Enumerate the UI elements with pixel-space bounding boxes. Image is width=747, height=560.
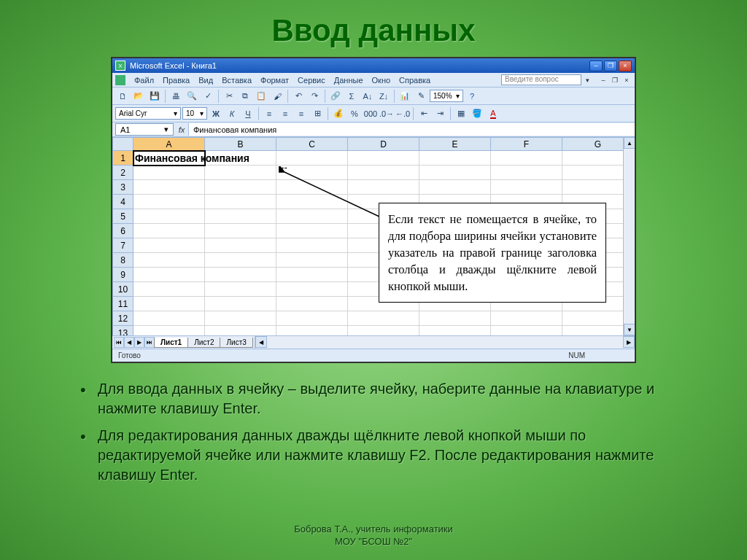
menu-data[interactable]: Данные (330, 76, 368, 85)
cell[interactable] (205, 209, 276, 224)
row-header[interactable]: 4 (113, 195, 133, 209)
cell[interactable] (133, 224, 205, 238)
cell[interactable] (276, 311, 348, 326)
close-button[interactable]: × (619, 61, 632, 71)
fill-color-icon[interactable]: 🪣 (470, 106, 484, 121)
cell[interactable] (276, 282, 348, 297)
cell[interactable] (419, 326, 491, 336)
cell[interactable] (348, 311, 419, 326)
currency-icon[interactable]: 💰 (331, 106, 346, 121)
font-name-selector[interactable]: Arial Cyr ▾ (115, 107, 181, 120)
menu-window[interactable]: Окно (368, 76, 395, 85)
increase-decimal-icon[interactable]: .0→ (379, 106, 394, 121)
cell[interactable] (348, 166, 419, 180)
cell[interactable] (205, 180, 276, 195)
minimize-button[interactable]: – (589, 61, 603, 71)
cell[interactable] (348, 151, 419, 166)
cell[interactable] (133, 238, 205, 253)
cell[interactable] (276, 238, 348, 253)
row-header[interactable]: 6 (113, 224, 133, 238)
font-size-selector[interactable]: 10 ▾ (182, 107, 207, 120)
row-header[interactable]: 13 (113, 326, 133, 336)
cut-icon[interactable]: ✂ (222, 89, 236, 104)
scroll-track[interactable] (267, 336, 623, 349)
cell[interactable] (276, 224, 348, 238)
font-color-icon[interactable]: A (486, 106, 500, 121)
cell[interactable] (133, 209, 205, 224)
cell[interactable] (276, 253, 348, 268)
cell[interactable] (205, 238, 276, 253)
cell[interactable] (205, 166, 276, 180)
column-header-c[interactable]: C (276, 138, 348, 151)
hyperlink-icon[interactable]: 🔗 (328, 89, 343, 104)
open-icon[interactable]: 📂 (131, 89, 146, 104)
cell[interactable] (491, 151, 562, 166)
horizontal-scrollbar[interactable]: ◀ ▶ (255, 336, 635, 349)
cell[interactable] (419, 180, 491, 195)
tab-nav-first-icon[interactable]: ⏮ (114, 337, 124, 348)
row-header[interactable]: 9 (113, 268, 133, 282)
percent-icon[interactable]: % (347, 106, 362, 121)
tab-nav-next-icon[interactable]: ▶ (134, 337, 144, 348)
cell[interactable] (276, 268, 348, 282)
menu-view[interactable]: Вид (194, 76, 217, 85)
undo-icon[interactable]: ↶ (291, 89, 306, 104)
cell[interactable] (133, 268, 205, 282)
format-painter-icon[interactable]: 🖌 (270, 89, 285, 104)
menu-format[interactable]: Формат (256, 76, 293, 85)
row-header[interactable]: 3 (113, 180, 133, 195)
align-left-icon[interactable]: ≡ (262, 106, 276, 121)
menu-file[interactable]: Файл (130, 76, 158, 85)
row-header[interactable]: 8 (113, 253, 133, 268)
fx-button[interactable]: fx (175, 123, 188, 136)
maximize-button[interactable]: ❐ (604, 61, 617, 71)
row-header[interactable]: 10 (113, 282, 133, 297)
scroll-right-icon[interactable]: ▶ (623, 336, 635, 348)
cell[interactable] (276, 209, 348, 224)
increase-indent-icon[interactable]: ⇥ (433, 106, 447, 121)
row-header[interactable]: 12 (113, 311, 133, 326)
menu-edit[interactable]: Правка (158, 76, 194, 85)
cell[interactable] (133, 253, 205, 268)
decrease-indent-icon[interactable]: ⇤ (417, 106, 431, 121)
column-header-f[interactable]: F (491, 138, 562, 151)
cell[interactable] (205, 268, 276, 282)
column-header-b[interactable]: B (205, 138, 276, 151)
row-header[interactable]: 5 (113, 209, 133, 224)
row-header[interactable]: 2 (113, 166, 133, 180)
cell[interactable] (491, 326, 562, 336)
save-icon[interactable]: 💾 (147, 89, 162, 104)
cell[interactable] (205, 297, 276, 311)
decrease-decimal-icon[interactable]: ←.0 (395, 106, 410, 121)
spelling-icon[interactable]: ✓ (201, 89, 215, 104)
help-search-input[interactable]: Введите вопрос (501, 74, 581, 85)
print-preview-icon[interactable]: 🔍 (185, 89, 199, 104)
menu-help[interactable]: Справка (395, 76, 435, 85)
tab-nav-prev-icon[interactable]: ◀ (124, 337, 134, 348)
copy-icon[interactable]: ⧉ (238, 89, 252, 104)
redo-icon[interactable]: ↷ (307, 89, 322, 104)
cell[interactable] (133, 166, 205, 180)
row-header[interactable]: 11 (113, 297, 133, 311)
cell[interactable] (205, 311, 276, 326)
cell[interactable] (276, 151, 348, 166)
help-dropdown-icon[interactable]: ▾ (584, 77, 591, 84)
cell[interactable] (491, 180, 562, 195)
column-header-d[interactable]: D (348, 138, 419, 151)
cell[interactable] (491, 166, 562, 180)
cell[interactable] (133, 311, 205, 326)
doc-close-button[interactable]: × (622, 75, 632, 85)
cell[interactable] (419, 166, 491, 180)
cell[interactable] (491, 311, 562, 326)
chart-icon[interactable]: 📊 (398, 89, 412, 104)
vertical-scrollbar[interactable]: ▲ ▼ (623, 137, 635, 335)
autosum-icon[interactable]: Σ (344, 89, 359, 104)
sort-desc-icon[interactable]: Z↓ (376, 89, 391, 104)
sheet-tab-2[interactable]: Лист2 (187, 338, 220, 348)
sort-asc-icon[interactable]: A↓ (360, 89, 375, 104)
scroll-up-icon[interactable]: ▲ (624, 137, 635, 149)
scroll-track[interactable] (624, 149, 635, 324)
help-icon[interactable]: ? (465, 89, 479, 104)
sheet-tab-3[interactable]: Лист3 (220, 338, 252, 348)
paste-icon[interactable]: 📋 (254, 89, 268, 104)
